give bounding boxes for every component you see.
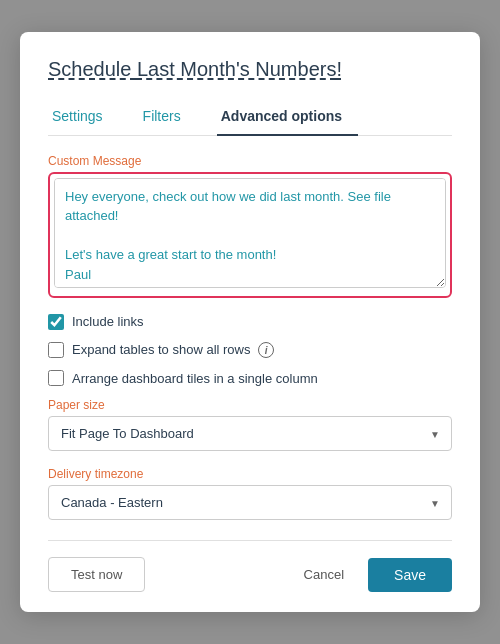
modal-dialog: Schedule Last Month's Numbers! Settings … (20, 32, 480, 613)
paper-size-label: Paper size (48, 398, 452, 412)
custom-message-wrapper: Hey everyone, check out how we did last … (48, 172, 452, 298)
paper-size-group: Paper size Fit Page To Dashboard Letter … (48, 398, 452, 451)
delivery-timezone-label: Delivery timezone (48, 467, 452, 481)
modal-title: Schedule Last Month's Numbers! (48, 56, 452, 82)
paper-size-select[interactable]: Fit Page To Dashboard Letter A4 Legal (48, 416, 452, 451)
include-links-checkbox[interactable] (48, 314, 64, 330)
expand-tables-row: Expand tables to show all rows i (48, 342, 452, 359)
tab-advanced-options[interactable]: Advanced options (217, 100, 358, 136)
arrange-tiles-row: Arrange dashboard tiles in a single colu… (48, 370, 452, 386)
modal-footer: Test now Cancel Save (48, 540, 452, 592)
tab-settings[interactable]: Settings (48, 100, 119, 136)
tab-filters[interactable]: Filters (139, 100, 197, 136)
modal-overlay: Schedule Last Month's Numbers! Settings … (0, 0, 500, 644)
expand-tables-checkbox[interactable] (48, 342, 64, 358)
custom-message-section: Custom Message Hey everyone, check out h… (48, 154, 452, 298)
arrange-tiles-checkbox[interactable] (48, 370, 64, 386)
test-now-button[interactable]: Test now (48, 557, 145, 592)
save-button[interactable]: Save (368, 558, 452, 592)
delivery-timezone-select[interactable]: Canada - Eastern UTC US - Pacific US - C… (48, 485, 452, 520)
delivery-timezone-group: Delivery timezone Canada - Eastern UTC U… (48, 467, 452, 520)
arrange-tiles-label: Arrange dashboard tiles in a single colu… (72, 371, 318, 386)
paper-size-select-wrapper: Fit Page To Dashboard Letter A4 Legal (48, 416, 452, 451)
cancel-button[interactable]: Cancel (296, 558, 352, 591)
delivery-timezone-select-wrapper: Canada - Eastern UTC US - Pacific US - C… (48, 485, 452, 520)
custom-message-label: Custom Message (48, 154, 452, 168)
expand-tables-label: Expand tables to show all rows i (72, 342, 274, 359)
footer-right: Cancel Save (296, 558, 452, 592)
custom-message-input[interactable]: Hey everyone, check out how we did last … (54, 178, 446, 288)
tab-bar: Settings Filters Advanced options (48, 100, 452, 136)
expand-tables-info-icon[interactable]: i (258, 342, 274, 358)
title-underlined: Last Month's Numbers (137, 58, 336, 80)
include-links-row: Include links (48, 314, 452, 330)
include-links-label: Include links (72, 314, 144, 329)
